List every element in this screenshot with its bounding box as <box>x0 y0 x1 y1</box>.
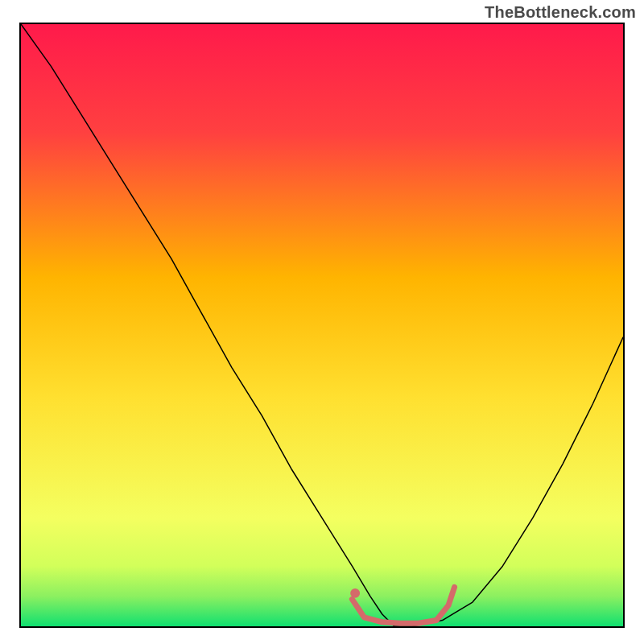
bottleneck-curve <box>21 24 623 626</box>
chart-canvas: TheBottleneck.com <box>0 0 644 644</box>
plot-frame <box>19 23 625 628</box>
chart-svg <box>21 24 623 626</box>
watermark-text: TheBottleneck.com <box>485 3 636 22</box>
optimal-marker <box>350 588 360 598</box>
